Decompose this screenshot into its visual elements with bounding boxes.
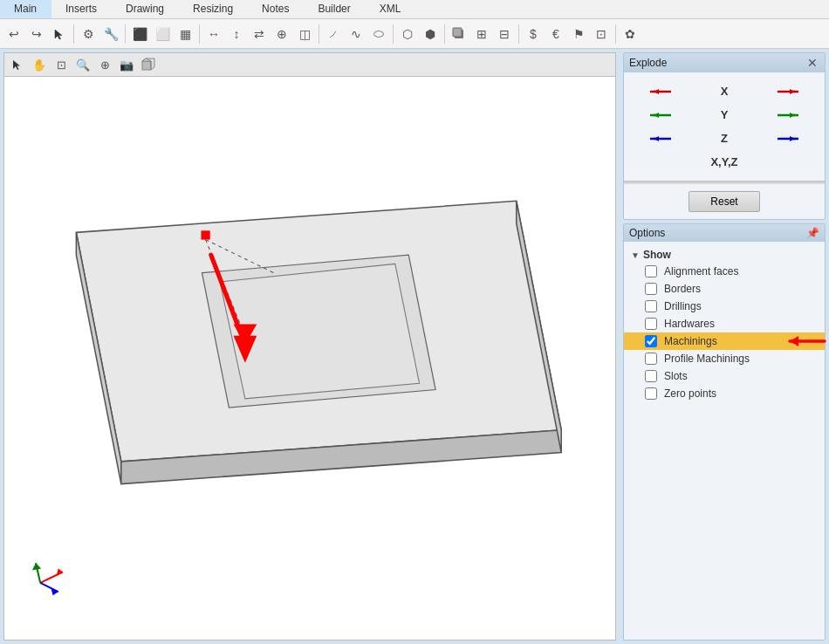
vp-3d-btn[interactable]	[139, 55, 158, 74]
tool-btn-7[interactable]: ↕	[226, 24, 247, 45]
tool-btn-1[interactable]: ⚙	[78, 24, 99, 45]
svg-line-23	[40, 583, 58, 592]
menu-bar: Main Inserts Drawing Resizing Notes Buil…	[0, 0, 829, 19]
show-section-header[interactable]: ▼ Show	[624, 247, 825, 263]
borders-checkbox[interactable]	[645, 283, 657, 295]
slots-label: Slots	[664, 370, 818, 382]
tool-btn-20[interactable]: ⚑	[568, 24, 589, 45]
drillings-checkbox[interactable]	[645, 300, 657, 312]
alignment-faces-row: Alignment faces	[624, 263, 825, 280]
explode-x-right[interactable]	[756, 79, 818, 103]
tool-btn-18[interactable]: $	[523, 24, 544, 45]
borders-label: Borders	[664, 283, 818, 295]
toolbar-sep-4	[319, 24, 319, 44]
toolbar-sep-8	[615, 24, 616, 44]
vp-zoom-in-btn[interactable]: ⊕	[95, 55, 114, 74]
explode-y-label: Y	[693, 103, 755, 127]
vp-camera-btn[interactable]: 📷	[117, 55, 136, 74]
borders-row: Borders	[624, 280, 825, 298]
tool-btn-21[interactable]: ⊡	[591, 24, 612, 45]
tool-btn-11[interactable]: ⟋	[323, 24, 344, 45]
machinings-checkbox[interactable]	[645, 335, 657, 347]
profile-machinings-label: Profile Machinings	[664, 353, 818, 365]
menu-main[interactable]: Main	[0, 0, 51, 18]
tool-btn-4[interactable]: ⬜	[152, 24, 173, 45]
tool-btn-12[interactable]: ∿	[346, 24, 367, 45]
undo-button[interactable]: ↩	[3, 24, 24, 45]
machinings-row: Machinings	[624, 332, 825, 350]
explode-y-left[interactable]	[631, 103, 693, 127]
zero-points-row: Zero points	[624, 385, 825, 402]
reset-button[interactable]: Reset	[689, 191, 759, 212]
viewport-toolbar: ✋ ⊡ 🔍 ⊕ 📷	[3, 52, 616, 76]
tool-btn-5[interactable]: ▦	[175, 24, 195, 45]
toolbar-sep-1	[73, 24, 74, 44]
alignment-faces-checkbox[interactable]	[645, 265, 657, 277]
tool-btn-17[interactable]: ⊟	[494, 24, 515, 45]
tool-btn-2[interactable]: 🔧	[100, 24, 121, 45]
redo-button[interactable]: ↪	[26, 24, 47, 45]
show-section-label: Show	[643, 249, 671, 261]
explode-close-button[interactable]: ✕	[805, 56, 819, 70]
tool-btn-15[interactable]: ⬢	[420, 24, 441, 45]
toolbar-sep-2	[125, 24, 126, 44]
toolbar-sep-6	[444, 24, 445, 44]
tool-btn-22[interactable]: ✿	[620, 24, 641, 45]
options-panel: Options 📌 ▼ Show Alignment faces Borders	[623, 223, 826, 641]
menu-notes[interactable]: Notes	[248, 0, 304, 18]
explode-z-right[interactable]	[756, 127, 818, 150]
svg-rect-2	[142, 61, 151, 70]
drillings-row: Drillings	[624, 298, 825, 315]
drillings-label: Drillings	[664, 300, 818, 312]
svg-marker-22	[32, 563, 41, 570]
menu-builder[interactable]: Builder	[304, 0, 365, 18]
explode-y-right[interactable]	[756, 103, 818, 127]
reset-area: Reset	[624, 184, 825, 219]
main-layout: ✋ ⊡ 🔍 ⊕ 📷	[0, 49, 829, 644]
viewport-canvas[interactable]	[3, 76, 616, 641]
tool-btn-6[interactable]: ↔	[203, 24, 224, 45]
tool-btn-9[interactable]: ⊕	[271, 24, 292, 45]
tool-btn-16[interactable]: ⊞	[471, 24, 492, 45]
menu-resizing[interactable]: Resizing	[179, 0, 248, 18]
vp-pan-btn[interactable]: ✋	[30, 55, 49, 74]
options-body: ▼ Show Alignment faces Borders Drillings	[624, 242, 825, 408]
profile-machinings-checkbox[interactable]	[645, 353, 657, 365]
explode-z-left[interactable]	[631, 127, 693, 150]
viewport-panel: ✋ ⊡ 🔍 ⊕ 📷	[0, 49, 620, 644]
explode-panel: Explode ✕ X Y	[623, 52, 826, 220]
explode-title: Explode	[629, 57, 667, 69]
tool-btn-8[interactable]: ⇄	[249, 24, 270, 45]
tool-btn-13[interactable]: ⬭	[368, 24, 389, 45]
vp-zoom-fit-btn[interactable]: ⊡	[51, 55, 71, 74]
section-toggle-icon: ▼	[631, 250, 640, 260]
toolbar-sep-5	[393, 24, 394, 44]
vp-select-btn[interactable]	[8, 55, 27, 74]
explode-x-left[interactable]	[631, 79, 693, 103]
slots-checkbox[interactable]	[645, 370, 657, 382]
menu-drawing[interactable]: Drawing	[112, 0, 179, 18]
slots-row: Slots	[624, 367, 825, 385]
right-panel: Explode ✕ X Y	[620, 49, 829, 644]
zero-points-label: Zero points	[664, 387, 818, 400]
tool-btn-19[interactable]: €	[545, 24, 566, 45]
tool-btn-10[interactable]: ◫	[294, 24, 315, 45]
svg-rect-13	[201, 230, 209, 239]
svg-marker-44	[790, 336, 798, 346]
tool-btn-14[interactable]: ⬡	[397, 24, 418, 45]
menu-xml[interactable]: XML	[366, 0, 416, 18]
main-toolbar: ↩ ↪ ⚙ 🔧 ⬛ ⬜ ▦ ↔ ↕ ⇄ ⊕ ◫ ⟋ ∿ ⬭ ⬡ ⬢ ⊞ ⊟ $ …	[0, 19, 829, 49]
hardwares-checkbox[interactable]	[645, 318, 657, 330]
tool-btn-3[interactable]: ⬛	[129, 24, 150, 45]
tool-3d[interactable]	[449, 24, 469, 45]
vp-zoom-out-btn[interactable]: 🔍	[73, 55, 92, 74]
explode-xyz-label: X,Y,Z	[693, 150, 755, 174]
menu-inserts[interactable]: Inserts	[51, 0, 112, 18]
options-pin-button[interactable]: 📌	[806, 227, 819, 239]
zero-points-checkbox[interactable]	[645, 387, 657, 400]
explode-panel-header: Explode ✕	[624, 53, 825, 72]
svg-marker-20	[57, 568, 63, 575]
explode-z-label: Z	[693, 127, 755, 150]
select-button[interactable]	[49, 24, 70, 45]
explode-grid: X Y Z	[624, 72, 825, 181]
